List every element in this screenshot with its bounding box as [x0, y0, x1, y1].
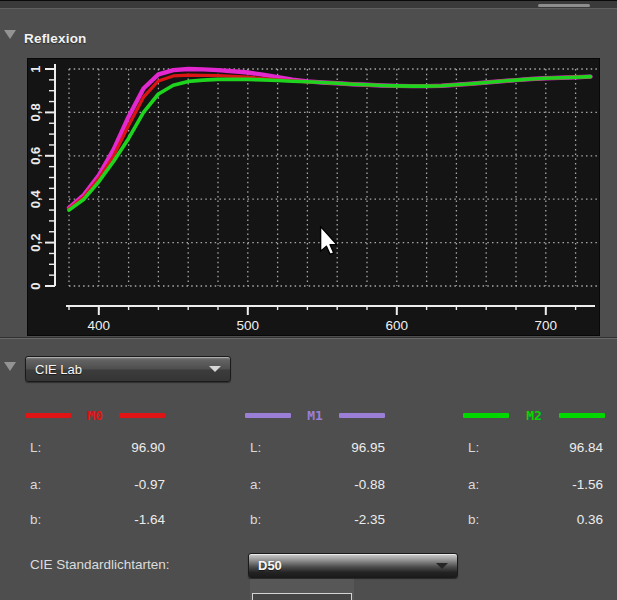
- m0-b-row: b:-1.64: [25, 512, 165, 527]
- illuminant-dropdown-value: D50: [249, 558, 436, 573]
- m2-L-row: L:96.84: [463, 440, 603, 455]
- m2-label: M2: [526, 408, 542, 423]
- m0-a-value: -0.97: [134, 477, 165, 492]
- colorspace-dropdown-value: CIE Lab: [26, 362, 209, 377]
- a-label: a:: [463, 477, 479, 492]
- illuminant-dropdown[interactable]: D50: [248, 553, 458, 578]
- svg-text:1: 1: [28, 65, 43, 72]
- a-label: a:: [25, 477, 41, 492]
- m2-a-value: -1.56: [572, 477, 603, 492]
- measurement-panel: Reflexion 00,20,40,60,81400500600700 CIE…: [0, 0, 617, 600]
- colorspace-dropdown[interactable]: CIE Lab: [25, 356, 231, 382]
- reflexion-collapse-icon[interactable]: [4, 30, 16, 39]
- m0-a-row: a:-0.97: [25, 477, 165, 492]
- m1-L-value: 96.95: [351, 440, 385, 455]
- svg-text:0,6: 0,6: [28, 147, 43, 165]
- b-label: b:: [25, 512, 41, 527]
- b-label: b:: [245, 512, 261, 527]
- m2-b-row: b:0.36: [463, 512, 603, 527]
- m1-a-value: -0.88: [354, 477, 385, 492]
- m1-b-row: b:-2.35: [245, 512, 385, 527]
- L-label: L:: [463, 440, 479, 455]
- m2-a-row: a:-1.56: [463, 477, 603, 492]
- m2-line-swatch: [463, 413, 509, 418]
- m0-label: M0: [87, 408, 103, 423]
- m1-line-swatch: [245, 413, 291, 418]
- m0-line-swatch: [119, 413, 165, 418]
- svg-text:400: 400: [88, 318, 111, 333]
- svg-text:500: 500: [237, 318, 260, 333]
- chevron-down-icon: [209, 366, 221, 372]
- svg-text:0,2: 0,2: [28, 234, 43, 252]
- top-strip-highlight: [538, 4, 590, 7]
- m2-line-swatch: [559, 413, 605, 418]
- m1-label: M1: [307, 408, 323, 423]
- illuminant-label: CIE Standardlichtarten:: [30, 557, 170, 572]
- legend-m0: M0: [25, 406, 165, 424]
- a-label: a:: [245, 477, 261, 492]
- m2-L-value: 96.84: [569, 440, 603, 455]
- m0-b-value: -1.64: [134, 512, 165, 527]
- cielab-collapse-icon[interactable]: [4, 362, 16, 371]
- svg-text:0,8: 0,8: [28, 103, 43, 121]
- m0-L-value: 96.90: [131, 440, 165, 455]
- b-label: b:: [463, 512, 479, 527]
- svg-text:0: 0: [28, 282, 43, 289]
- top-edge-strip: [0, 0, 617, 9]
- legend-m1: M1: [245, 406, 385, 424]
- m1-L-row: L:96.95: [245, 440, 385, 455]
- m0-L-row: L:96.90: [25, 440, 165, 455]
- L-label: L:: [245, 440, 261, 455]
- svg-text:0,4: 0,4: [28, 189, 43, 208]
- reflexion-chart: 00,20,40,60,81400500600700: [27, 58, 600, 336]
- chevron-down-icon: [436, 563, 448, 569]
- m1-a-row: a:-0.88: [245, 477, 385, 492]
- legend-m2: M2: [463, 406, 605, 424]
- m0-line-swatch: [25, 413, 71, 418]
- partial-element: [252, 593, 352, 600]
- L-label: L:: [25, 440, 41, 455]
- m1-line-swatch: [339, 413, 385, 418]
- section-divider: [0, 337, 617, 339]
- svg-text:600: 600: [386, 318, 409, 333]
- reflexion-section-title: Reflexion: [24, 31, 87, 46]
- svg-text:700: 700: [535, 318, 558, 333]
- spectral-curve-plot: 00,20,40,60,81400500600700: [28, 59, 599, 335]
- m2-b-value: 0.36: [577, 512, 603, 527]
- m1-b-value: -2.35: [354, 512, 385, 527]
